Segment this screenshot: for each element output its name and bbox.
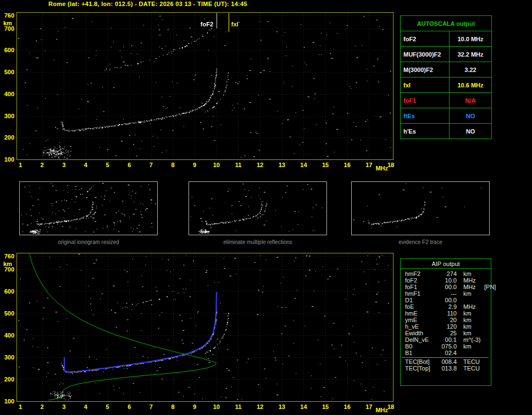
aip-row: ymE20km (401, 317, 491, 323)
thumbnail-canvas (19, 181, 158, 235)
aip-param-unit (457, 297, 483, 303)
aip-param-value: 00.1 (437, 336, 457, 343)
x-tick-label: 3 (57, 403, 70, 410)
aip-tec-value: 013.8 (437, 365, 457, 372)
x-tick-label: 17 (362, 403, 375, 410)
aip-param-label: hmE (405, 310, 437, 317)
x-tick-label: 12 (253, 403, 267, 410)
autoscala-app-window: Rome (lat: +41.8, lon: 012.5) - DATE: 20… (0, 0, 532, 415)
aip-param-value: 02.4 (437, 350, 457, 356)
aip-param-unit: km (457, 330, 483, 336)
autoscala-param-label: foF2 (401, 31, 450, 47)
aip-param-label: D1 (405, 297, 437, 303)
aip-param-extra (483, 277, 491, 284)
y-axis-unit-label: km (3, 20, 12, 26)
aip-param-extra (483, 310, 491, 317)
aip-param-label: h_vE (405, 323, 437, 330)
x-tick-label: 9 (188, 403, 201, 410)
autoscala-table-title: AUTOSCALA output (401, 16, 492, 31)
x-tick-label: 13 (275, 162, 289, 168)
aip-param-unit: km (457, 270, 483, 277)
aip-param-label: foF1 (405, 284, 437, 290)
aip-row: DelN_vE00.1m^(-3) (401, 336, 491, 343)
aip-row: hmF2274km (401, 270, 491, 277)
aip-param-label: hmF2 (405, 270, 437, 277)
y-tick-label: 500 (0, 69, 14, 75)
y-tick-label: 600 (0, 47, 14, 53)
aip-param-extra (483, 343, 491, 350)
aip-param-extra (483, 350, 491, 356)
aip-row: B102.4 (401, 350, 491, 356)
y-tick-label: 100 (0, 156, 14, 163)
x-tick-label: 8 (167, 162, 180, 168)
aip-row: foE2.9MHz (401, 303, 491, 310)
aip-param-label: B1 (405, 350, 437, 356)
aip-param-extra (483, 317, 491, 323)
autoscala-param-label: foF1 (401, 93, 450, 108)
aip-param-unit: MHz (457, 277, 483, 284)
x-tick-label: 10 (210, 403, 223, 410)
y-tick-label: 400 (0, 332, 14, 339)
autoscala-param-value: 10.0 MHz (450, 31, 492, 47)
autoscala-param-label: h'Es (401, 124, 450, 139)
aip-param-extra (483, 290, 491, 297)
x-tick-label: 11 (231, 403, 245, 410)
aip-tec-unit: TECU (457, 365, 483, 372)
ionogram-plot-top: 1234567891011121314151617187607006005004… (16, 12, 394, 160)
y-axis-unit-label: km (3, 261, 12, 267)
x-tick-label: 5 (101, 403, 114, 410)
aip-param-unit: MHz (457, 303, 483, 310)
x-tick-label: 1 (14, 403, 27, 410)
x-axis-unit-label: MHz (375, 407, 388, 413)
aip-row: hmF1---km (401, 290, 491, 297)
autoscala-row: M(3000)F23.22 (401, 62, 492, 78)
autoscala-title-row: AUTOSCALA output (401, 16, 492, 31)
aip-param-extra (483, 323, 491, 330)
aip-param-extra (483, 303, 491, 310)
aip-tec-list: TEC[Bot]008.4TECUTEC[Top]013.8TECU (401, 358, 491, 372)
aip-param-extra (483, 297, 491, 303)
aip-row: D100.0 (401, 297, 491, 303)
autoscala-row: MUF(3000)F232.2 MHz (401, 47, 492, 62)
aip-param-value: 00.0 (437, 297, 457, 303)
x-tick-label: 12 (253, 162, 267, 168)
aip-panel-title: AIP output (401, 259, 491, 269)
autoscala-output-table: AUTOSCALA output foF210.0 MHzMUF(3000)F2… (400, 15, 492, 139)
ionogram-bottom-canvas (16, 253, 394, 402)
aip-row: foF100.0MHz[PN] (401, 284, 491, 290)
station-date-time-title: Rome (lat: +41.8, lon: 012.5) - DATE: 20… (48, 1, 247, 7)
x-tick-label: 17 (362, 162, 375, 168)
x-axis-unit-label: MHz (375, 165, 388, 171)
thumbnail-caption: eliminate multiple reflections (189, 239, 327, 245)
aip-divider (402, 357, 489, 358)
aip-param-value: 20 (437, 317, 457, 323)
y-tick-label: 500 (0, 310, 14, 317)
autoscala-param-value: 3.22 (450, 62, 492, 78)
x-tick-label: 6 (123, 403, 136, 410)
x-tick-label: 16 (341, 403, 354, 410)
autoscala-param-label: MUF(3000)F2 (401, 47, 450, 62)
aip-param-label: foF2 (405, 277, 437, 284)
aip-tec-row: TEC[Bot]008.4TECU (401, 358, 491, 365)
autoscala-row: ftEsNO (401, 108, 492, 124)
x-tick-label: 3 (57, 162, 70, 168)
autoscala-param-value: 32.2 MHz (450, 47, 492, 62)
aip-param-extra (483, 270, 491, 277)
y-tick-label: 300 (0, 354, 14, 361)
y-tick-label: 200 (0, 134, 14, 141)
autoscala-row: h'EsNO (401, 124, 492, 139)
autoscala-param-label: M(3000)F2 (401, 62, 450, 78)
aip-row: B0075.0km (401, 343, 491, 350)
x-tick-label: 1 (14, 162, 27, 168)
autoscala-param-label: fxI (401, 78, 450, 93)
aip-param-extra (483, 336, 491, 343)
x-tick-label: 16 (341, 162, 354, 168)
y-tick-label: 400 (0, 91, 14, 97)
aip-param-value: 2.9 (437, 303, 457, 310)
autoscala-param-value: NO (450, 124, 492, 139)
aip-param-value: 25 (437, 330, 457, 336)
aip-param-unit: m^(-3) (457, 336, 483, 343)
autoscala-row: fxI10.6 MHz (401, 78, 492, 93)
x-tick-label: 13 (275, 403, 289, 410)
aip-param-unit: km (457, 343, 483, 350)
